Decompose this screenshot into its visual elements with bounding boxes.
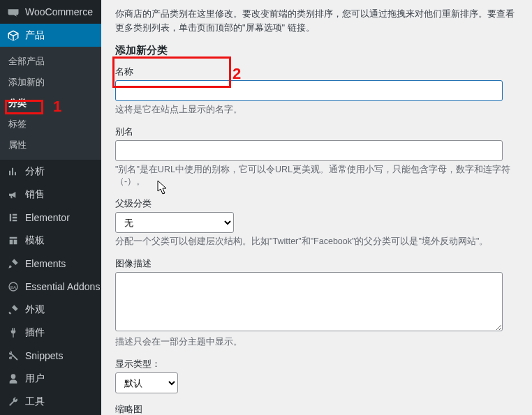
sidebar-item-label: 产品 <box>25 29 45 42</box>
sidebar-item-products[interactable]: 产品 <box>0 24 101 47</box>
sidebar-item-analytics[interactable]: 分析 <box>0 160 101 183</box>
paintbrush-icon <box>7 257 20 270</box>
scissors-icon <box>7 349 20 362</box>
elementor-icon <box>7 211 20 224</box>
sidebar-item-label: 分析 <box>25 165 45 178</box>
sidebar-item-label: Essential Addons <box>25 281 100 292</box>
name-input[interactable] <box>115 80 503 101</box>
box-icon <box>7 29 20 42</box>
description-field-wrap: 图像描述 描述只会在一部分主题中显示。 <box>115 257 518 348</box>
sidebar-item-label: 外观 <box>25 303 45 316</box>
submenu-add-new[interactable]: 添加新的 <box>0 72 101 93</box>
sidebar-item-label: 工具 <box>25 395 45 408</box>
main-content: 你商店的产品类别在这里修改。要改变前端的类别排序，您可以通过拖拽来对他们重新排序… <box>101 0 532 415</box>
thumbnail-label: 缩略图 <box>115 403 518 415</box>
slug-label: 别名 <box>115 126 518 138</box>
slug-field-wrap: 别名 "别名"是在URL中使用的别称，它可以令URL更美观。通常使用小写，只能包… <box>115 126 518 188</box>
intro-help-text: 你商店的产品类别在这里修改。要改变前端的类别排序，您可以通过拖拽来对他们重新排序… <box>115 7 518 34</box>
sidebar-item-essential-addons[interactable]: EA Essential Addons <box>0 275 101 298</box>
display-type-field-wrap: 显示类型： 默认 <box>115 358 518 393</box>
sidebar-item-label: Snippets <box>25 350 63 361</box>
slug-help: "别名"是在URL中使用的别称，它可以令URL更美观。通常使用小写，只能包含字母… <box>115 164 518 188</box>
sidebar-item-appearance[interactable]: 外观 <box>0 298 101 321</box>
templates-icon <box>7 234 20 247</box>
sidebar-item-label: 插件 <box>25 326 45 339</box>
sidebar-item-label: 销售 <box>25 188 45 201</box>
sidebar-item-label: Elementor <box>25 212 70 223</box>
description-textarea[interactable] <box>115 272 503 331</box>
sidebar-item-tools[interactable]: 工具 <box>0 390 101 413</box>
sidebar-item-elementor[interactable]: Elementor <box>0 206 101 229</box>
name-label: 名称 <box>115 66 518 78</box>
products-submenu: 全部产品 添加新的 分类 标签 属性 <box>0 47 101 160</box>
slug-input[interactable] <box>115 140 503 161</box>
parent-help: 分配一个父类可以创建层次结构。比如"Twitter"和"Facebook"的父分… <box>115 236 518 248</box>
appearance-icon <box>7 303 20 316</box>
add-category-heading: 添加新分类 <box>115 44 518 57</box>
parent-field-wrap: 父级分类 无 分配一个父类可以创建层次结构。比如"Twitter"和"Faceb… <box>115 197 518 248</box>
sidebar-item-label: 用户 <box>25 372 45 385</box>
sidebar-item-label: WooCommerce <box>25 6 93 17</box>
sidebar-item-label: 模板 <box>25 234 45 247</box>
submenu-attributes[interactable]: 属性 <box>0 135 101 156</box>
user-icon <box>7 372 20 385</box>
parent-select[interactable]: 无 <box>115 212 234 233</box>
sidebar-item-woocommerce[interactable]: WooCommerce <box>0 0 101 24</box>
submenu-all-products[interactable]: 全部产品 <box>0 51 101 72</box>
sidebar-item-label: Elements <box>25 258 66 269</box>
submenu-tags[interactable]: 标签 <box>0 114 101 135</box>
description-help: 描述只会在一部分主题中显示。 <box>115 336 518 348</box>
megaphone-icon <box>7 188 20 201</box>
display-type-select[interactable]: 默认 <box>115 372 178 393</box>
ea-icon: EA <box>7 280 20 293</box>
display-type-label: 显示类型： <box>115 358 518 370</box>
submenu-categories[interactable]: 分类 <box>0 93 101 114</box>
name-help: 这将是它在站点上显示的名字。 <box>115 104 518 116</box>
admin-sidebar: WooCommerce 产品 全部产品 添加新的 分类 标签 属性 分析 销售 … <box>0 0 101 415</box>
sidebar-item-elements[interactable]: Elements <box>0 252 101 275</box>
name-field-wrap: 名称 这将是它在站点上显示的名字。 <box>115 66 518 116</box>
svg-text:EA: EA <box>10 285 16 289</box>
sidebar-item-templates[interactable]: 模板 <box>0 229 101 252</box>
woocommerce-icon <box>7 6 20 18</box>
bars-icon <box>7 165 20 178</box>
thumbnail-field-wrap: 缩略图 上传/添加图像 <box>115 403 518 415</box>
wrench-icon <box>7 395 20 408</box>
plug-icon <box>7 326 20 339</box>
sidebar-item-snippets[interactable]: Snippets <box>0 344 101 367</box>
sidebar-item-marketing[interactable]: 销售 <box>0 183 101 206</box>
description-label: 图像描述 <box>115 257 518 270</box>
sidebar-item-plugins[interactable]: 插件 <box>0 321 101 344</box>
parent-label: 父级分类 <box>115 197 518 210</box>
sidebar-item-users[interactable]: 用户 <box>0 367 101 390</box>
